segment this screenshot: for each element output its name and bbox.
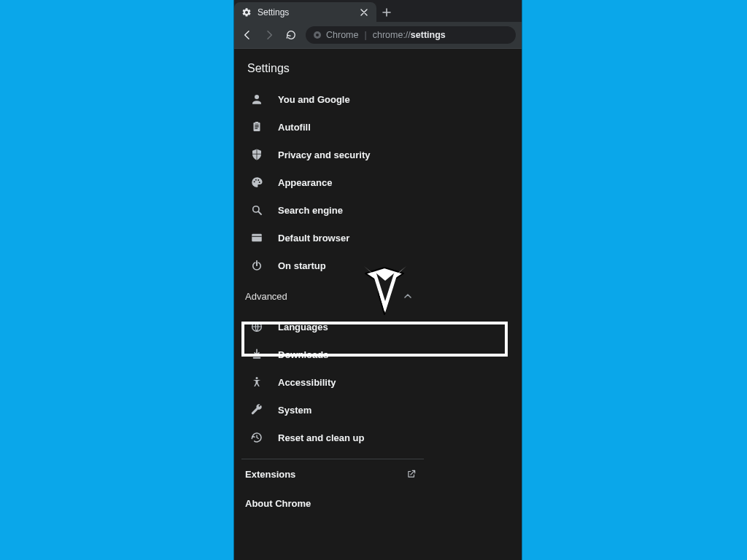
- nav-label: Autofill: [278, 122, 311, 133]
- clipboard-icon: [250, 120, 263, 133]
- nav-reset-cleanup[interactable]: Reset and clean up: [234, 424, 522, 451]
- back-button[interactable]: [240, 28, 255, 42]
- nav-label: Accessibility: [278, 377, 336, 388]
- nav-label: Reset and clean up: [278, 432, 364, 443]
- gear-icon: [241, 7, 252, 18]
- scheme-label: Chrome: [326, 30, 358, 40]
- nav-label: Languages: [278, 322, 328, 332]
- svg-point-12: [259, 182, 260, 183]
- svg-point-9: [254, 181, 255, 182]
- nav-privacy-security[interactable]: Privacy and security: [234, 141, 522, 168]
- tab-strip: Settings: [234, 0, 522, 22]
- nav-label: Appearance: [278, 177, 332, 188]
- nav-appearance[interactable]: Appearance: [234, 168, 522, 196]
- nav-advanced-toggle[interactable]: Advanced: [234, 284, 427, 308]
- svg-point-21: [256, 377, 258, 379]
- omnibox-separator: |: [364, 30, 366, 40]
- accessibility-icon: [250, 376, 263, 389]
- nav-about-chrome[interactable]: About Chrome: [241, 489, 424, 518]
- nav-languages[interactable]: Languages: [234, 313, 522, 341]
- new-tab-button[interactable]: [376, 2, 397, 22]
- browser-window-icon: [250, 231, 263, 244]
- palette-icon: [250, 176, 263, 189]
- svg-rect-16: [252, 236, 262, 237]
- tab-title: Settings: [258, 7, 353, 18]
- nav-search-engine[interactable]: Search engine: [234, 196, 522, 224]
- tab-settings[interactable]: Settings: [234, 2, 376, 22]
- extensions-label: Extensions: [245, 469, 295, 480]
- nav-label: Search engine: [278, 205, 343, 216]
- nav-extensions[interactable]: Extensions: [241, 459, 424, 489]
- page-content: Settings You and Google Autofill Privacy…: [234, 49, 522, 560]
- settings-nav: You and Google Autofill Privacy and secu…: [234, 85, 522, 518]
- close-tab-button[interactable]: [359, 7, 369, 18]
- svg-rect-5: [255, 122, 259, 123]
- person-icon: [250, 93, 263, 106]
- nav-default-browser[interactable]: Default browser: [234, 224, 522, 252]
- svg-point-2: [255, 95, 259, 99]
- globe-icon: [250, 320, 263, 333]
- advanced-label: Advanced: [245, 291, 287, 302]
- nav-accessibility[interactable]: Accessibility: [234, 368, 522, 396]
- page-title: Settings: [234, 49, 522, 85]
- chrome-scheme-chip: Chrome: [313, 30, 358, 40]
- search-icon: [250, 203, 263, 217]
- nav-label: Default browser: [278, 233, 349, 244]
- browser-window: Settings Chrome | chrome://settings: [234, 0, 522, 560]
- nav-downloads[interactable]: Downloads: [234, 341, 522, 368]
- nav-label: On startup: [278, 260, 326, 271]
- wrench-icon: [250, 403, 263, 416]
- nav-autofill[interactable]: Autofill: [234, 113, 522, 141]
- power-icon: [250, 259, 263, 272]
- omnibox-url: chrome://settings: [373, 30, 446, 40]
- nav-label: Privacy and security: [278, 149, 370, 160]
- svg-point-11: [258, 179, 259, 181]
- nav-label: System: [278, 405, 311, 416]
- svg-point-10: [255, 179, 257, 181]
- svg-rect-7: [255, 126, 258, 127]
- reload-button[interactable]: [284, 28, 298, 42]
- bottom-links: Extensions About Chrome: [241, 459, 424, 518]
- forward-button[interactable]: [262, 28, 276, 42]
- svg-point-1: [316, 34, 319, 36]
- open-external-icon: [406, 469, 417, 479]
- svg-rect-8: [255, 128, 258, 129]
- shield-icon: [250, 148, 263, 161]
- chevron-up-icon: [404, 293, 411, 299]
- nav-on-startup[interactable]: On startup: [234, 252, 522, 279]
- browser-toolbar: Chrome | chrome://settings: [234, 22, 522, 49]
- nav-label: Downloads: [278, 349, 328, 360]
- svg-rect-6: [255, 125, 258, 125]
- download-icon: [250, 348, 263, 361]
- address-bar[interactable]: Chrome | chrome://settings: [306, 26, 516, 44]
- nav-you-and-google[interactable]: You and Google: [234, 85, 522, 113]
- restore-icon: [250, 431, 263, 444]
- about-label: About Chrome: [245, 498, 311, 509]
- nav-system[interactable]: System: [234, 396, 522, 424]
- svg-rect-20: [253, 357, 261, 359]
- nav-label: You and Google: [278, 94, 350, 105]
